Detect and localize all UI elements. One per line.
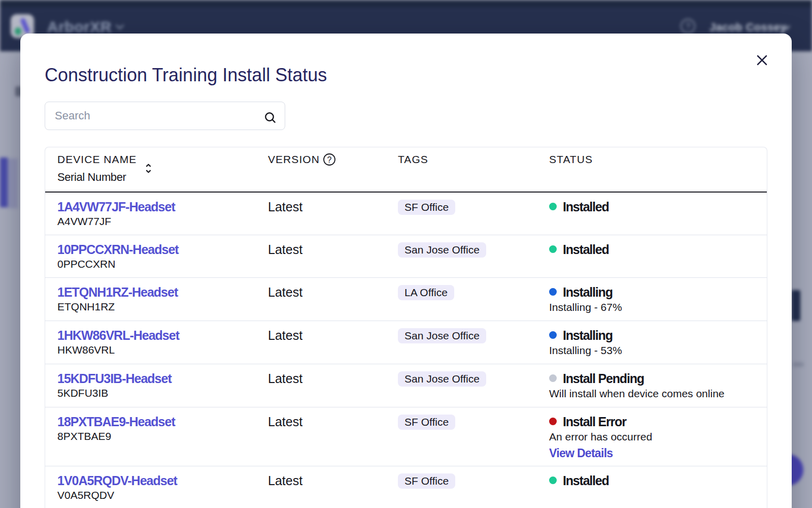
svg-text:?: ?	[327, 155, 332, 164]
